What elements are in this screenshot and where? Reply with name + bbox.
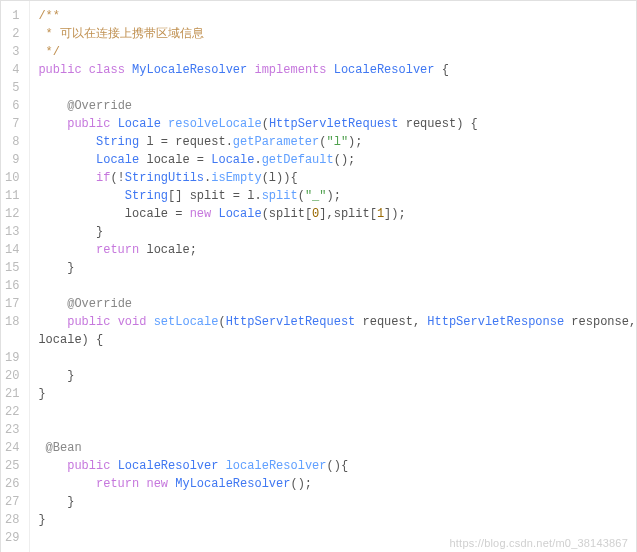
token — [38, 153, 96, 167]
code-line — [38, 421, 628, 439]
token: Locale — [211, 153, 254, 167]
token: @Override — [67, 297, 132, 311]
line-number: 1 — [5, 7, 23, 25]
code-line: return new MyLocaleResolver(); — [38, 475, 628, 493]
line-number: 24 — [5, 439, 23, 457]
line-number: 26 — [5, 475, 23, 493]
line-number: 13 — [5, 223, 23, 241]
token — [82, 63, 89, 77]
token: ],split[ — [319, 207, 377, 221]
token — [110, 117, 117, 131]
line-number: 8 — [5, 133, 23, 151]
token: HttpServletRequest — [269, 117, 399, 131]
token: * 可以在连接上携带区域信息 — [38, 27, 204, 41]
token: locale) { — [38, 333, 103, 347]
token: . — [254, 153, 261, 167]
code-line: } — [38, 511, 628, 529]
token — [38, 297, 67, 311]
token: @Bean — [46, 441, 82, 455]
token: ( — [262, 117, 269, 131]
line-number: 10 — [5, 169, 23, 187]
token: String — [96, 135, 139, 149]
line-number: 2 — [5, 25, 23, 43]
code-line: public class MyLocaleResolver implements… — [38, 61, 628, 79]
line-number: 14 — [5, 241, 23, 259]
line-number: 15 — [5, 259, 23, 277]
token — [110, 459, 117, 473]
token: new — [190, 207, 212, 221]
code-line: } — [38, 259, 628, 277]
token: Locale — [118, 117, 161, 131]
token: Locale — [218, 207, 261, 221]
token — [38, 171, 96, 185]
token: LocaleResolver — [118, 459, 219, 473]
token: class — [89, 63, 125, 77]
token: locale; — [139, 243, 197, 257]
token — [38, 459, 67, 473]
code-line: @Bean — [38, 439, 628, 457]
token: request, — [355, 315, 427, 329]
token — [38, 189, 124, 203]
token — [38, 243, 96, 257]
token: getDefault — [262, 153, 334, 167]
token: public — [67, 117, 110, 131]
token — [38, 477, 96, 491]
line-number: 18 — [5, 313, 23, 331]
token — [218, 459, 225, 473]
code-line: public void setLocale(HttpServletRequest… — [38, 313, 628, 331]
code-line: /** — [38, 7, 628, 25]
line-number: 21 — [5, 385, 23, 403]
token: public — [38, 63, 81, 77]
code-line: locale = new Locale(split[0],split[1]); — [38, 205, 628, 223]
code-line: */ — [38, 43, 628, 61]
token: locale = — [139, 153, 211, 167]
code-line — [38, 403, 628, 421]
token: } — [38, 513, 45, 527]
token: setLocale — [154, 315, 219, 329]
token: request) { — [399, 117, 478, 131]
token: isEmpty — [211, 171, 261, 185]
token — [38, 315, 67, 329]
code-line — [38, 277, 628, 295]
line-number: 4 — [5, 61, 23, 79]
watermark: https://blog.csdn.net/m0_38143867 — [450, 537, 628, 549]
token — [125, 63, 132, 77]
token — [38, 99, 67, 113]
token — [38, 135, 96, 149]
code-line: String[] split = l.split("_"); — [38, 187, 628, 205]
code-line: } — [38, 493, 628, 511]
token: Locale — [96, 153, 139, 167]
token: } — [38, 261, 74, 275]
line-number: 22 — [5, 403, 23, 421]
code-line: @Override — [38, 295, 628, 313]
token: public — [67, 315, 110, 329]
token: } — [38, 369, 74, 383]
token — [161, 117, 168, 131]
token — [146, 315, 153, 329]
token: implements — [254, 63, 326, 77]
token: (){ — [327, 459, 349, 473]
token: (); — [290, 477, 312, 491]
token: ( — [218, 315, 225, 329]
line-number: 11 — [5, 187, 23, 205]
line-number: 7 — [5, 115, 23, 133]
token: locale = — [38, 207, 189, 221]
code-body: /** * 可以在连接上携带区域信息 */public class MyLoca… — [30, 1, 636, 552]
line-number: 23 — [5, 421, 23, 439]
code-line: } — [38, 223, 628, 241]
token: } — [38, 225, 103, 239]
token: localeResolver — [226, 459, 327, 473]
code-line — [38, 349, 628, 367]
token: if — [96, 171, 110, 185]
token: /** — [38, 9, 60, 23]
token: resolveLocale — [168, 117, 262, 131]
token: getParameter — [233, 135, 319, 149]
token: ); — [327, 189, 341, 203]
token: ]); — [384, 207, 406, 221]
code-line: } — [38, 385, 628, 403]
token: l = request. — [139, 135, 233, 149]
token: LocaleResolver — [334, 63, 435, 77]
token: { — [435, 63, 449, 77]
token: (split[ — [262, 207, 312, 221]
token: ( — [298, 189, 305, 203]
